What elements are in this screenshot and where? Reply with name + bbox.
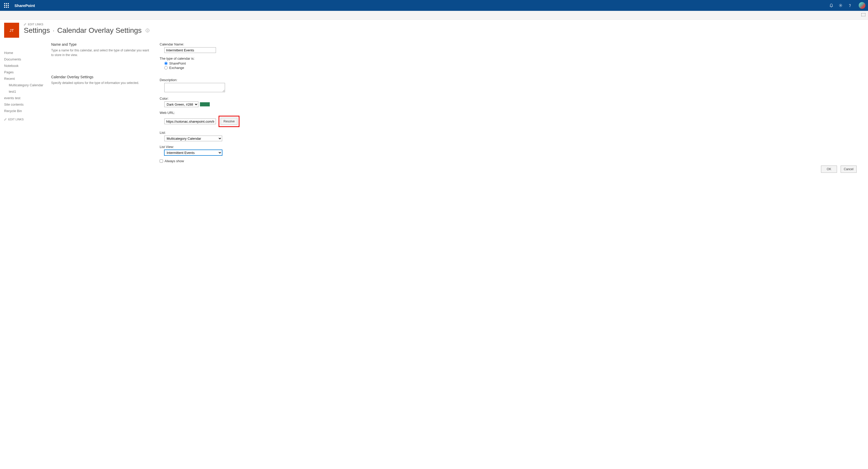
row-always-show: Always show [160,159,864,163]
edit-links-bottom[interactable]: EDIT LINKS [4,118,51,121]
notifications-icon[interactable] [829,3,833,7]
pencil-icon [4,118,7,121]
content-area: Name and Type Type a name for this calen… [51,42,864,163]
nav-recent-test1[interactable]: test1 [4,88,51,95]
nav-notebook[interactable]: Notebook [4,62,51,69]
section-title-name-type: Name and Type [51,42,152,46]
site-header: JT EDIT LINKS Settings › Calendar Overla… [4,23,864,38]
highlight-resolve: Resolve [219,116,240,127]
section-desc-overlay: Specify detailed options for the type of… [51,81,149,85]
ribbon-bar [0,11,868,20]
appbar-right [829,2,865,9]
page-container: JT EDIT LINKS Settings › Calendar Overla… [0,20,868,183]
edit-links-label: EDIT LINKS [28,23,43,26]
breadcrumb: Settings › Calendar Overlay Settings i [24,26,149,35]
nav-events-test[interactable]: events test [4,95,51,101]
radio-exchange-label: Exchange [169,66,184,70]
info-icon[interactable]: i [146,29,149,32]
label-calendar-name: Calendar Name: [160,42,864,46]
content-form: Calendar Name: The type of calendar is: … [160,42,864,163]
radio-sharepoint[interactable] [164,62,168,65]
select-listview[interactable]: Intermittent Events [164,150,222,155]
app-bar: SharePoint [0,0,868,11]
nav-home[interactable]: Home [4,50,51,56]
row-calendar-type: The type of calendar is: SharePoint Exch… [160,57,864,70]
svg-point-0 [840,5,841,6]
edit-links-top[interactable]: EDIT LINKS [24,23,149,26]
row-description: Description: [160,78,864,93]
cancel-button[interactable]: Cancel [841,165,857,173]
pencil-icon [24,23,26,26]
left-nav: Home Documents Notebook Pages Recent Mul… [4,42,51,163]
resolve-button[interactable]: Resolve [221,118,238,125]
select-color[interactable]: Dark Green, #288054 [164,101,198,107]
nav-recent[interactable]: Recent [4,75,51,82]
row-list: List: Multicategory Calendar [160,131,864,141]
nav-recycle-bin[interactable]: Recycle Bin [4,108,51,114]
select-list[interactable]: Multicategory Calendar [164,135,222,141]
nav-pages[interactable]: Pages [4,69,51,75]
label-listview: List View: [160,145,864,149]
label-weburl: Web URL: [160,111,864,115]
checkbox-always-show[interactable] [160,159,163,163]
input-calendar-name[interactable] [164,47,216,53]
focus-content-icon[interactable] [861,13,865,16]
section-overlay: Calendar Overlay Settings Specify detail… [51,75,152,85]
radio-exchange[interactable] [164,66,168,69]
nav-documents[interactable]: Documents [4,56,51,62]
gear-icon[interactable] [839,3,843,7]
label-description: Description: [160,78,864,82]
label-list: List: [160,131,864,134]
breadcrumb-current: Calendar Overlay Settings [57,26,142,35]
product-title: SharePoint [14,3,35,8]
breadcrumb-separator: › [53,29,54,33]
input-weburl[interactable] [164,119,216,124]
help-icon[interactable] [848,3,852,7]
section-name-type: Name and Type Type a name for this calen… [51,42,152,57]
breadcrumb-settings[interactable]: Settings [24,26,50,35]
row-calendar-name: Calendar Name: [160,42,864,53]
nav-site-contents[interactable]: Site contents [4,101,51,108]
site-logo[interactable]: JT [4,23,19,38]
radio-sharepoint-label: SharePoint [169,61,186,65]
footer-buttons: OK Cancel [4,163,864,175]
row-weburl: Web URL: Resolve [160,111,864,127]
label-calendar-type: The type of calendar is: [160,57,864,60]
textarea-description[interactable] [164,83,225,92]
label-color: Color: [160,97,864,100]
label-always-show: Always show [164,159,184,163]
content-descriptions: Name and Type Type a name for this calen… [51,42,160,163]
row-listview: List View: Intermittent Events [160,145,864,155]
color-swatch [200,102,210,106]
row-color: Color: Dark Green, #288054 [160,97,864,107]
nav-recent-multicategory[interactable]: Multicategory Calendar [4,82,51,88]
edit-links-label: EDIT LINKS [8,118,24,121]
section-title-overlay: Calendar Overlay Settings [51,75,152,79]
ok-button[interactable]: OK [821,165,837,173]
app-launcher-icon[interactable] [4,3,9,8]
user-avatar[interactable] [859,2,865,9]
section-desc-name-type: Type a name for this calendar, and selec… [51,48,149,57]
